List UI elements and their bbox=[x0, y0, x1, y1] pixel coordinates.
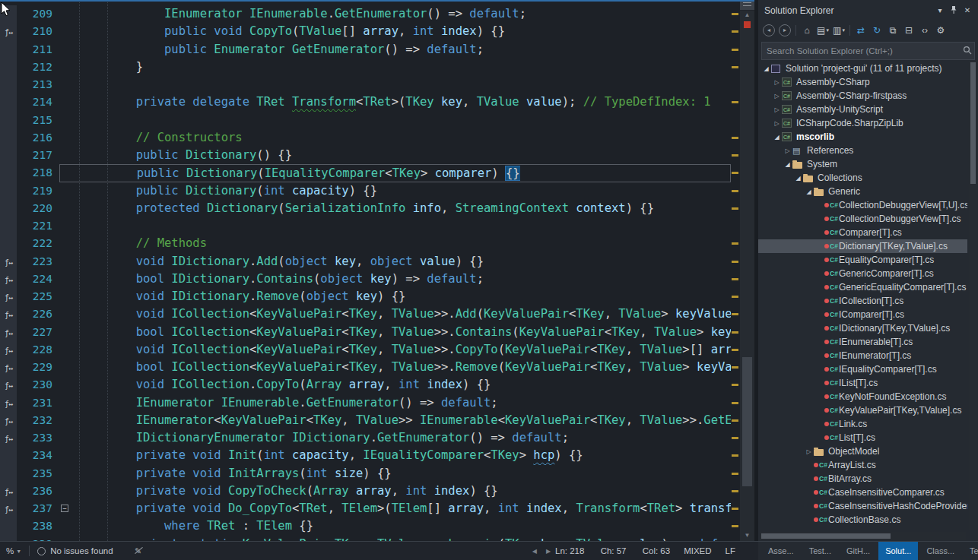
code-text[interactable]: bool IDictionary.Contains(object key) =>… bbox=[71, 271, 484, 288]
member-indicator-icon[interactable]: ƒ↔ bbox=[0, 500, 17, 517]
line-number[interactable]: 224 bbox=[17, 271, 59, 288]
tree-item[interactable]: C#GenericEqualityCompar​er[T].cs bbox=[758, 280, 967, 294]
tree-item[interactable]: ◢C#mscorlib bbox=[758, 130, 967, 144]
code-text[interactable]: void ICollection<KeyValuePair<TKey, TVal… bbox=[71, 341, 731, 359]
code-text[interactable]: public Enumerator GetEnumerator() => def… bbox=[71, 41, 484, 59]
code-text[interactable]: private void Do_CopyTo<TRet, TElem>(TEle… bbox=[71, 500, 731, 517]
document-health-indicator[interactable]: No issues found bbox=[37, 546, 113, 555]
code-text[interactable]: IEnumerator<KeyValuePair<TKey, TValue>> … bbox=[71, 412, 731, 429]
code-line[interactable]: ƒ↔237− private void Do_CopyTo<TRet, TEle… bbox=[0, 500, 731, 517]
line-number[interactable]: 238 bbox=[17, 517, 59, 535]
show-all-files-icon[interactable]: ▥▾ bbox=[831, 23, 846, 38]
code-line[interactable]: 238 where TRet : TElem {} bbox=[0, 517, 731, 535]
expander-icon[interactable]: ▷ bbox=[772, 106, 782, 113]
collapse-region-button[interactable]: − bbox=[61, 505, 68, 512]
tree-item[interactable]: C#IDictionary[TKey,TValue].cs bbox=[758, 321, 967, 335]
code-text[interactable]: // Constructors bbox=[71, 129, 243, 147]
tree-item[interactable]: C#BitArray.cs bbox=[758, 472, 967, 486]
code-line[interactable]: 209 IEnumerator IEnumerable.GetEnumerato… bbox=[0, 5, 731, 23]
line-number[interactable]: 239 bbox=[17, 536, 59, 542]
tree-item[interactable]: C#List[T].cs bbox=[758, 431, 967, 445]
code-text[interactable]: void ICollection.CopyTo(Array array, int… bbox=[71, 376, 491, 394]
line-number[interactable]: 213 bbox=[17, 76, 59, 93]
line-number[interactable]: 221 bbox=[17, 217, 59, 235]
back-icon[interactable]: ◂ bbox=[761, 23, 776, 38]
tree-item[interactable]: C#IEnumerable[T].cs bbox=[758, 335, 967, 349]
panel-tab-solut[interactable]: Solut... bbox=[878, 542, 918, 560]
code-line[interactable]: ƒ↔224 bool IDictionary.Contains(object k… bbox=[0, 271, 731, 288]
code-text[interactable]: protected Dictionary(SerializationInfo i… bbox=[71, 200, 654, 217]
code-line[interactable]: ƒ↔236 private void CopyToCheck(Array arr… bbox=[0, 482, 731, 500]
code-line[interactable]: 211 public Enumerator GetEnumerator() =>… bbox=[0, 41, 731, 59]
tree-item[interactable]: C#KeyNotFoundException.cs bbox=[758, 390, 967, 403]
expander-icon[interactable]: ▷ bbox=[804, 448, 814, 455]
tree-item[interactable]: C#ArrayList.cs bbox=[758, 458, 967, 472]
code-line[interactable]: 215 bbox=[0, 112, 731, 129]
tree-item[interactable]: C#IEqualityComparer[T].cs bbox=[758, 362, 967, 376]
tree-item[interactable]: C#EqualityComparer[T].cs bbox=[758, 253, 967, 267]
tree-item[interactable]: ▷C#ICSharpCode.SharpZipLib bbox=[758, 116, 967, 130]
scroll-right-arrow-icon[interactable]: ▶ bbox=[541, 548, 555, 555]
tree-item[interactable]: C#ICollection[T].cs bbox=[758, 294, 967, 308]
split-editor-handle[interactable] bbox=[740, 0, 754, 11]
code-text[interactable]: void IDictionary.Add(object key, object … bbox=[71, 253, 484, 271]
code-text[interactable]: private void CopyToCheck(Array array, in… bbox=[71, 482, 498, 500]
code-text[interactable]: void ICollection<KeyValuePair<TKey, TVal… bbox=[71, 305, 731, 323]
scroll-up-arrow-icon[interactable]: ▲ bbox=[740, 11, 754, 19]
code-text[interactable]: bool ICollection<KeyValuePair<TKey, TVal… bbox=[71, 324, 731, 341]
code-line[interactable]: 216 // Constructors bbox=[0, 129, 731, 147]
tree-item[interactable]: C#IComparer[T].cs bbox=[758, 308, 967, 321]
line-number[interactable]: 228 bbox=[17, 341, 59, 359]
code-text[interactable] bbox=[71, 112, 79, 129]
expander-icon[interactable]: ◢ bbox=[793, 175, 803, 182]
code-line[interactable]: 222 // Methods bbox=[0, 235, 731, 252]
code-text[interactable]: public Dictionary(int capacity) {} bbox=[71, 182, 377, 200]
tree-item[interactable]: C#CaseInsensitiveComparer.cs bbox=[758, 486, 967, 499]
line-number[interactable]: 226 bbox=[17, 305, 59, 323]
tree-vertical-scrollbar[interactable] bbox=[969, 61, 977, 530]
code-line[interactable]: 221 bbox=[0, 217, 731, 235]
search-input[interactable] bbox=[762, 46, 961, 55]
code-text[interactable]: IEnumerator IEnumerable.GetEnumerator() … bbox=[71, 5, 526, 23]
line-number[interactable]: 233 bbox=[17, 429, 59, 447]
code-line[interactable]: 239 private static KeyValuePair<TKey, TV… bbox=[0, 536, 731, 542]
code-text[interactable]: public Dictionary(IEqualityComparer<TKey… bbox=[72, 165, 520, 181]
code-text[interactable]: IEnumerator IEnumerable.GetEnumerator() … bbox=[71, 394, 498, 412]
scrollbar-thumb[interactable] bbox=[970, 62, 976, 184]
tree-item[interactable]: C#Dictionary[TKey,TValue].cs bbox=[758, 239, 967, 253]
code-line[interactable]: ƒ↔210 public void CopyTo(TValue[] array,… bbox=[0, 23, 731, 40]
member-indicator-icon[interactable]: ƒ↔ bbox=[0, 253, 17, 271]
member-indicator-icon[interactable]: ƒ↔ bbox=[0, 305, 17, 323]
tree-item[interactable]: ◢Solution 'project-gui' (11 of 11 projec… bbox=[758, 62, 967, 75]
expander-icon[interactable]: ◢ bbox=[772, 134, 782, 141]
member-indicator-icon[interactable]: ƒ↔ bbox=[0, 482, 17, 500]
code-editor[interactable]: 209 IEnumerator IEnumerable.GetEnumerato… bbox=[0, 0, 754, 541]
code-line[interactable]: 218 public Dictionary(IEqualityComparer<… bbox=[0, 164, 731, 182]
tree-item[interactable]: C#CollectionDebuggerView[T].cs bbox=[758, 212, 967, 226]
scroll-down-arrow-icon[interactable]: ▼ bbox=[740, 532, 754, 539]
tree-item[interactable]: ▷▤References bbox=[758, 144, 967, 157]
tree-item[interactable]: ◢Collections bbox=[758, 171, 967, 185]
member-indicator-icon[interactable]: ƒ↔ bbox=[0, 341, 17, 359]
line-number[interactable]: 209 bbox=[17, 5, 59, 23]
code-text[interactable]: private void InitArrays(int size) {} bbox=[71, 465, 392, 482]
code-line[interactable]: 220 protected Dictionary(SerializationIn… bbox=[0, 200, 731, 217]
close-icon[interactable]: ✕ bbox=[961, 6, 973, 14]
line-number[interactable]: 232 bbox=[17, 412, 59, 429]
collapse-all-icon[interactable]: ⊟ bbox=[901, 23, 916, 38]
tree-item[interactable]: C#CollectionDebuggerView[T,U].cs bbox=[758, 198, 967, 212]
view-code-icon[interactable]: ‹› bbox=[917, 23, 932, 38]
expander-icon[interactable]: ▷ bbox=[772, 120, 782, 127]
code-text[interactable] bbox=[71, 217, 79, 235]
tree-item[interactable]: C#Comparer[T].cs bbox=[758, 226, 967, 239]
line-ending-indicator[interactable]: LF bbox=[726, 546, 735, 555]
code-line[interactable]: 214 private delegate TRet Transform<TRet… bbox=[0, 93, 731, 111]
line-number[interactable]: 230 bbox=[17, 376, 59, 394]
code-line[interactable]: ƒ↔227 bool ICollection<KeyValuePair<TKey… bbox=[0, 324, 731, 341]
tree-item[interactable]: C#KeyValuePair[TKey,TValue].cs bbox=[758, 403, 967, 417]
panel-tab-test[interactable]: Test... bbox=[802, 542, 838, 560]
line-number[interactable]: 219 bbox=[17, 182, 59, 200]
code-text[interactable]: IDictionaryEnumerator IDictionary.GetEnu… bbox=[71, 429, 569, 447]
editor-vertical-scrollbar[interactable]: ▲ ▼ bbox=[740, 0, 754, 541]
tree-item[interactable]: C#Link.cs bbox=[758, 417, 967, 431]
